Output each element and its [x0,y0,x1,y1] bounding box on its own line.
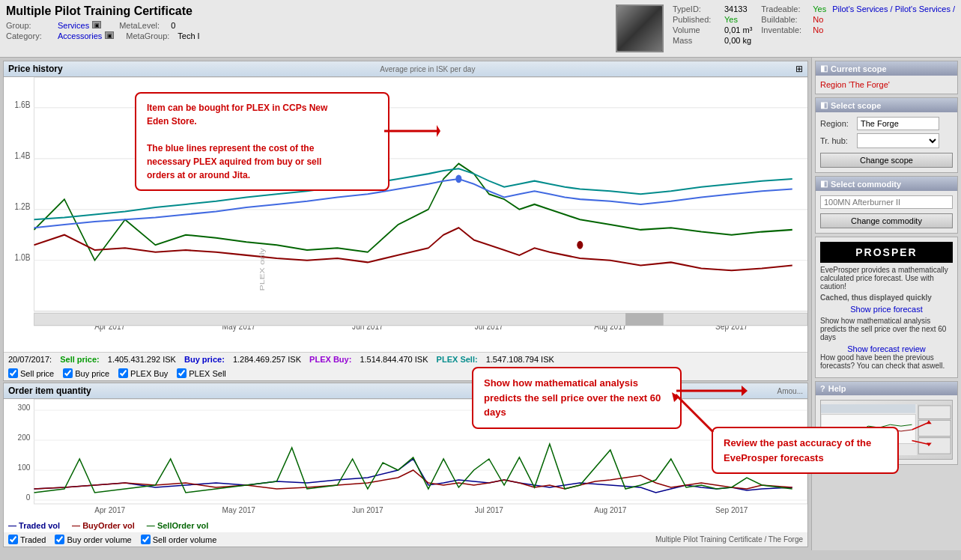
svg-text:Apr 2017: Apr 2017 [94,506,125,514]
review-tooltip-text: Review the past accuracy of the EveProsp… [724,436,887,465]
metagroup-value: Tech I [178,31,199,40]
svg-rect-41 [918,406,951,419]
select-scope-panel: ◧ Select scope Region: Tr. hub: Change s… [815,97,958,173]
trhub-row: Tr. hub: [820,133,953,148]
select-scope-body: Region: Tr. hub: Change scope [816,112,957,172]
svg-text:100: 100 [18,463,31,472]
item-title: Multiple Pilot Training Certificate [6,4,607,18]
sell-order-legend: — SellOrder vol [147,521,209,530]
typeid-label: TypeID: [673,4,721,13]
traded-checkbox-item[interactable]: Traded [8,535,46,544]
cached-label: Cached, thus displayed quickly [820,293,932,302]
tradeable-label: Tradeable: [761,4,810,13]
plex-buy-checkbox-label: PLEX Buy [130,369,168,378]
show-price-forecast-link[interactable]: Show price forecast [820,305,953,314]
show-forecast-review-link[interactable]: Show forecast review [820,344,953,353]
sidebar: ◧ Current scope Region 'The Forge' ◧ Sel… [811,58,961,550]
select-commodity-header: ◧ Select commodity [816,177,957,191]
page-header: Multiple Pilot Training Certificate Grou… [0,0,961,58]
svg-point-17 [577,241,583,249]
plex-buy-checkbox[interactable] [118,368,128,378]
plex-sell-checkbox[interactable] [177,368,187,378]
buy-price-checkbox[interactable] [63,368,73,378]
buy-order-vol-checkbox[interactable] [55,535,64,544]
plex-sell-checkbox-item[interactable]: PLEX Sell [177,368,226,378]
buy-price-label: Buy price: [184,355,225,364]
price-history-title: Price history [8,64,63,74]
mass-label: Mass [673,36,721,45]
category-value[interactable]: Accessories [58,31,102,40]
plex-buy-checkbox-item[interactable]: PLEX Buy [118,368,168,378]
sell-price-checkbox-label: Sell price [20,369,54,378]
commodity-input[interactable] [820,195,953,209]
tradeable-value: Yes [813,4,826,13]
prosper-description: EveProsper provides a mathematically cal… [820,266,953,290]
change-commodity-button[interactable]: Change commodity [820,213,953,228]
content-area: Price history Average price in ISK per d… [0,58,811,550]
svg-text:Aug 2017: Aug 2017 [594,506,627,514]
trhub-label: Tr. hub: [820,136,854,145]
plex-buy-value: 1.514.844.470 ISK [360,355,428,364]
buy-price-checkbox-label: Buy price [75,369,109,378]
price-history-panel: Price history Average price in ISK per d… [3,61,808,381]
typeid-value: 34133 [724,4,748,13]
chart-expand-icon[interactable]: ⊞ [795,64,803,74]
traded-legend: — Traded vol [8,521,60,530]
trhub-select[interactable] [857,133,939,148]
buildable-value: No [813,15,823,24]
plex-tooltip: Item can be bought for PLEX in CCPs New … [135,92,389,191]
buildable-label: Buildable: [761,15,810,24]
sell-price-checkbox[interactable] [8,368,18,378]
group-icon: ▣ [92,21,101,28]
region-label: Region: [820,119,854,128]
review-tooltip-container: Review the past accuracy of the EveProsp… [712,427,899,474]
plex-sell-value: 1.547.108.794 ISK [486,355,554,364]
mass-value: 0,00 kg [724,36,751,45]
buy-order-legend: — BuyOrder vol [72,521,135,530]
buy-price-checkbox-item[interactable]: Buy price [63,368,109,378]
volume-label: Volume [673,25,721,34]
svg-rect-42 [918,420,951,436]
volume-value: 0,01 m³ [724,25,752,34]
svg-text:0: 0 [26,493,31,502]
tooltip1-arrow [381,116,440,146]
sell-price-checkbox-item[interactable]: Sell price [8,368,54,378]
select-commodity-body: Change commodity [816,191,957,233]
svg-text:200: 200 [18,433,31,442]
pilots-services-link1[interactable]: Pilot's Services / Pilot's Services / [832,4,955,13]
sell-order-vol-checkbox-item[interactable]: Sell order volume [141,535,217,544]
buy-order-vol-label: Buy order volume [67,535,131,544]
main-layout: Price history Average price in ISK per d… [0,58,961,550]
svg-marker-21 [437,125,440,137]
region-input[interactable] [857,117,939,130]
svg-point-16 [455,174,461,183]
buy-price-value: 1.284.469.257 ISK [233,355,301,364]
commodity-icon: ◧ [820,179,828,189]
inventable-value: No [813,25,823,34]
buy-order-vol-checkbox-item[interactable]: Buy order volume [55,535,131,544]
traded-checkbox-label: Traded [20,535,46,544]
sell-price-label: Sell price: [60,355,100,364]
select-commodity-title: Select commodity [831,180,901,189]
traded-checkbox[interactable] [8,535,18,544]
current-scope-value: Region 'The Forge' [820,80,953,89]
group-label: Group: [6,21,55,30]
current-scope-header: ◧ Current scope [816,61,957,76]
price-history-subtitle: Average price in ISK per day [380,65,475,73]
published-value: Yes [724,15,738,24]
metalevel-value: 0 [171,21,175,30]
plex-sell-label: PLEX Sell: [437,355,478,364]
sell-order-vol-checkbox[interactable] [141,535,151,544]
group-value[interactable]: Services [58,21,89,30]
review-description: How good have been the previous forecast… [820,353,953,370]
help-title: Help [828,384,846,393]
svg-text:300: 300 [18,404,31,412]
help-header: ? Help [816,382,957,395]
plex-sell-checkbox-label: PLEX Sell [189,369,226,378]
forecast-tooltip-container: Show how mathematical analysis predicts … [472,367,682,429]
prosper-body: PROSPER EveProsper provides a mathematic… [816,237,957,377]
scope-icon: ◧ [820,64,828,73]
select-commodity-panel: ◧ Select commodity Change commodity [815,176,958,234]
change-scope-button[interactable]: Change scope [820,153,953,168]
svg-marker-49 [742,386,748,396]
